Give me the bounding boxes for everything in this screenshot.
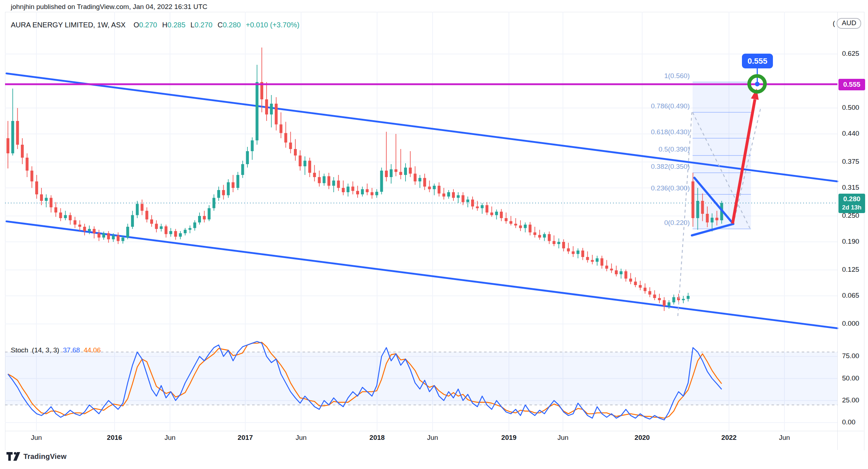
price-tick-label: 0.440 [842,130,859,137]
time-tick-label: 2020 [635,434,650,442]
ohlc-high: H0.285 [162,21,185,29]
change-value: +0.010 (+3.70%) [246,21,299,29]
tradingview-logo-text[interactable]: TradingView [23,452,67,461]
fib-level-label: 0.236(0.300) [582,184,690,192]
currency-paren: ( [833,19,835,27]
fib-level-label: 0.382(0.350) [582,163,690,171]
price-tick-label: 0.125 [842,266,859,274]
time-tick-label: Jun [31,434,42,442]
fib-level-label: 1(0.560) [582,72,690,80]
time-tick-label: 2018 [370,434,385,442]
target-point-dot [755,82,760,86]
stoch-d-value: 44.06 [84,346,101,354]
time-axis-separator [5,431,864,431]
stoch-tick-label: 75.00 [842,352,859,360]
price-tick-label: 0.625 [842,50,859,58]
target-price-scale-badge: 0.555 [838,79,865,90]
time-tick-label: 2022 [721,434,737,442]
stoch-params: (14, 3, 3) [32,346,59,354]
stoch-tick-label: 0.00 [842,418,855,426]
time-tick-label: Jun [165,434,176,442]
price-tick-label: 0.190 [842,238,859,245]
currency-label: ( AUD [833,18,861,29]
dashed-projection-line [678,112,692,316]
fib-level-label: 0.618(0.430) [582,128,690,136]
last-price-scale-badge: 0.280 2d 13h [838,194,865,213]
bar-countdown: 2d 13h [838,204,865,212]
fib-level-label: 0(0.220) [582,219,690,227]
price-tick-label: 0.315 [842,184,859,191]
stoch-k-value: 37.68 [63,346,80,354]
price-tick-label: 0.000 [842,320,859,328]
time-tick-label: 2019 [501,434,516,442]
time-tick-label: Jun [779,434,790,442]
symbol-title: AURA ENERGY LIMITED, 1W, ASX [11,21,126,29]
tradingview-published-chart: johnjhin published on TradingView.com, J… [0,0,868,469]
lower-channel-line [6,221,837,328]
time-tick-label: Jun [296,434,307,442]
time-tick-label: Jun [558,434,569,442]
time-tick-label: 2017 [238,434,253,442]
footer: TradingView [6,452,67,461]
price-axis-separator [837,12,838,450]
price-tick-label: 0.500 [842,104,859,112]
stoch-legend: Stoch (14, 3, 3) 37.68 44.06 [11,346,101,354]
fib-level-label: 0.5(0.390) [582,145,690,153]
currency-pill-button[interactable]: AUD [837,18,861,29]
stoch-tick-label: 25.00 [842,396,859,404]
price-tick-label: 0.375 [842,158,859,166]
ohlc-close: C0.280 [218,21,241,29]
price-tick-label: 0.065 [842,292,859,299]
chart-plot[interactable] [0,0,868,469]
stoch-name: Stoch [11,346,28,354]
target-price-floating-badge: 0.555 [742,54,773,68]
stoch-tick-label: 50.00 [842,374,859,382]
ohlc-open: O0.270 [134,21,157,29]
tradingview-logo-icon[interactable] [6,452,20,461]
last-price-value: 0.280 [838,194,865,204]
ohlc-low: L0.270 [191,21,212,29]
symbol-legend: AURA ENERGY LIMITED, 1W, ASX O0.270 H0.2… [11,21,299,29]
time-tick-label: 2016 [107,434,122,442]
time-tick-label: Jun [427,434,438,442]
fib-level-label: 0.786(0.490) [582,102,690,110]
